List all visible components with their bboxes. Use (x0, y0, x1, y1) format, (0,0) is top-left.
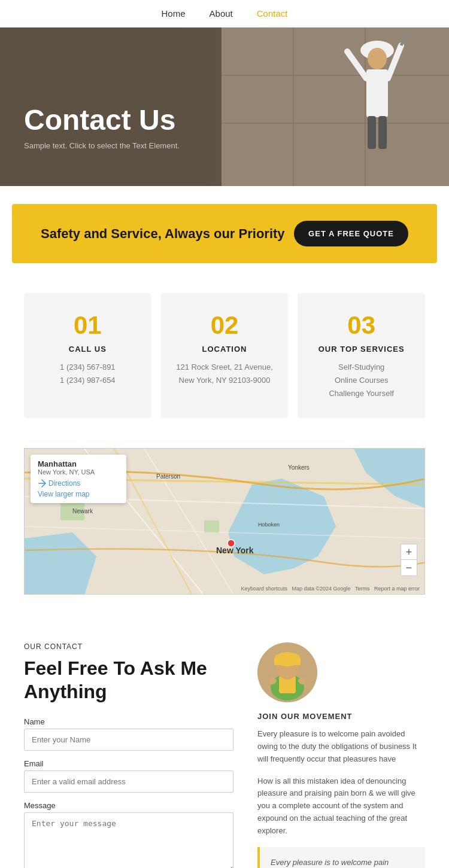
card-location-title: LOCATION (173, 345, 277, 354)
card-location: 02 LOCATION 121 Rock Sreet, 21 Avenue,Ne… (161, 293, 289, 418)
quote-text: Every pleasure is to welcome pain avoide… (271, 857, 414, 868)
directions-label: Directions (48, 479, 80, 488)
svg-text:Hoboken: Hoboken (258, 522, 280, 528)
card-services-title: OUR TOP SERVICES (310, 345, 413, 354)
zoom-in-button[interactable]: + (401, 544, 417, 560)
banner-section: Safety and Service, Always our Priority … (12, 204, 437, 263)
contact-section: OUR CONTACT Feel Free To Ask Me Anything… (0, 619, 449, 868)
map-section: New York Newark Hoboken Paterson Yonkers… (24, 448, 425, 595)
svg-text:Newark: Newark (72, 508, 93, 514)
email-input[interactable] (24, 770, 233, 793)
svg-text:Paterson: Paterson (156, 473, 180, 480)
hero-title: Contact Us (24, 105, 180, 136)
free-quote-button[interactable]: GET A FREE QUOTE (294, 221, 408, 246)
contact-right: JOIN OUR MOVEMENT Every pleasure is to w… (257, 642, 425, 868)
svg-point-7 (368, 48, 387, 69)
contact-form-side: OUR CONTACT Feel Free To Ask Me Anything… (24, 642, 233, 868)
name-field-group: Name (24, 717, 233, 751)
directions-icon (38, 479, 46, 488)
svg-text:New York: New York (216, 546, 254, 555)
card-call-detail: 1 (234) 567-8911 (234) 987-654 (36, 361, 139, 387)
directions-link[interactable]: Directions (38, 479, 119, 488)
card-call: 01 CALL US 1 (234) 567-8911 (234) 987-65… (24, 293, 151, 418)
nav-about[interactable]: About (210, 8, 233, 19)
banner-text: Safety and Service, Always our Priority (41, 226, 285, 242)
svg-rect-8 (366, 69, 388, 117)
message-label: Message (24, 801, 233, 810)
join-label: JOIN OUR MOVEMENT (257, 712, 425, 721)
nav-contact[interactable]: Contact (257, 8, 288, 19)
card-location-detail: 121 Rock Sreet, 21 Avenue,New York, NY 9… (173, 361, 277, 387)
svg-text:Yonkers: Yonkers (288, 464, 310, 471)
hero-section: Contact Us Sample text. Click to select … (0, 28, 449, 186)
navigation: Home About Contact (0, 0, 449, 28)
card-call-title: CALL US (36, 345, 139, 354)
svg-rect-26 (204, 520, 219, 532)
worker-avatar (257, 642, 317, 702)
quote-block: Every pleasure is to welcome pain avoide… (257, 847, 425, 868)
card-location-number: 02 (173, 311, 277, 340)
email-label: Email (24, 759, 233, 768)
card-call-number: 01 (36, 311, 139, 340)
map-credit: Keyboard shortcuts Map data ©2024 Google… (241, 586, 420, 592)
join-para1: Every pleasure is to welcome pain avoide… (257, 728, 425, 765)
contact-heading: Feel Free To Ask Me Anything (24, 657, 233, 703)
svg-point-32 (227, 540, 235, 547)
svg-rect-1 (222, 28, 449, 186)
zoom-out-button[interactable]: − (401, 560, 417, 575)
name-input[interactable] (24, 729, 233, 751)
message-field-group: Message (24, 801, 233, 868)
map-place-sub: New York, NY, USA (38, 468, 119, 476)
our-contact-label: OUR CONTACT (24, 642, 233, 651)
card-services-number: 03 (310, 311, 413, 340)
svg-rect-13 (378, 116, 387, 149)
name-label: Name (24, 717, 233, 726)
map-zoom-controls: + − (401, 544, 417, 576)
card-services-detail: Self-StudyingOnline CoursesChallenge You… (310, 361, 413, 400)
hero-subtitle: Sample text. Click to select the Text El… (24, 141, 180, 150)
join-para2: How is all this mistaken idea of denounc… (257, 775, 425, 837)
message-textarea[interactable] (24, 812, 233, 868)
svg-rect-12 (368, 116, 376, 149)
hero-content: Contact Us Sample text. Click to select … (24, 105, 180, 150)
card-services: 03 OUR TOP SERVICES Self-StudyingOnline … (298, 293, 425, 418)
email-field-group: Email (24, 759, 233, 793)
svg-rect-38 (274, 659, 301, 665)
view-larger-link[interactable]: View larger map (38, 490, 119, 498)
nav-home[interactable]: Home (162, 8, 186, 19)
map-info-box: Manhattan New York, NY, USA Directions V… (31, 455, 126, 503)
info-cards: 01 CALL US 1 (234) 567-8911 (234) 987-65… (0, 281, 449, 442)
map-place-name: Manhattan (38, 459, 119, 468)
